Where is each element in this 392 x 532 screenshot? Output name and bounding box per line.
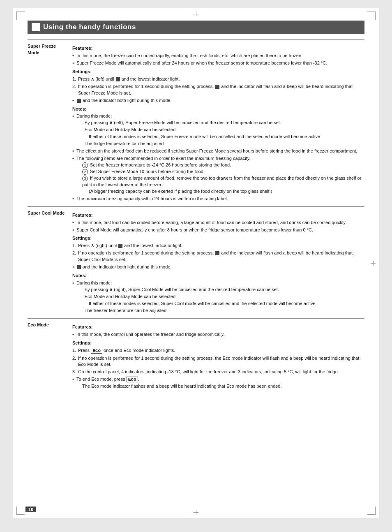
section-label-super-freeze: Super FreezeMode: [28, 40, 71, 207]
title-icon: [32, 23, 40, 31]
list-item: 2.If no operation is performed for 1 sec…: [72, 83, 362, 97]
section-super-cool: Super Cool Mode Features: In this mode, …: [28, 206, 364, 318]
section-content-super-freeze: Features: In this mode, the freezer can …: [71, 40, 364, 207]
circle-num-1: 1: [82, 162, 88, 168]
eco-key-label: Eco: [91, 348, 102, 354]
square-icon: [116, 77, 120, 81]
corner-mark-tl: [16, 12, 25, 20]
list-item: 3.On the control panel, 4 indicators, in…: [72, 369, 362, 375]
caret-icon: ∧: [91, 243, 94, 249]
caret-icon: ∧: [109, 287, 113, 293]
cross-mark-bottom: [194, 510, 198, 515]
circle-num-2: 2: [82, 169, 88, 175]
circle-num-3: 3: [82, 176, 88, 181]
section-label-eco-mode: Eco Mode: [28, 318, 71, 394]
page: Using the handy functions Super FreezeMo…: [13, 8, 379, 518]
square-icon: [118, 244, 122, 248]
section-content-eco-mode: Features: In this mode, the control unit…: [71, 318, 364, 394]
list-item: 1.Press ∧ (right) until and the lowest i…: [72, 243, 362, 249]
list-item: In this mode, fast food can be cooled be…: [72, 220, 362, 226]
list-item: 2.If no operation is performed for 1 sec…: [72, 355, 362, 368]
list-item: Super Cool Mode will automatically end a…: [72, 227, 362, 234]
list-item: The effect on the stored food can be red…: [72, 148, 362, 155]
list-item: and the indicator both light during this…: [72, 264, 362, 271]
list-item: During this mode: -By pressing ∧ (right)…: [72, 280, 362, 314]
corner-mark-br: [367, 507, 376, 515]
content-table: Super FreezeMode Features: In this mode,…: [28, 39, 364, 394]
list-item: The following items are recommended in o…: [72, 155, 362, 195]
section-label-super-cool: Super Cool Mode: [28, 206, 71, 318]
list-item: The maximum freezing capacity within 24 …: [72, 196, 362, 202]
page-number: 10: [25, 507, 36, 512]
list-item: Super Freeze Mode will automatically end…: [72, 60, 362, 67]
corner-mark-bl: [16, 507, 25, 515]
list-item: 2.If no operation is performed for 1 sec…: [72, 250, 362, 263]
square-icon: [77, 265, 81, 269]
square-icon: [215, 85, 219, 89]
list-item: In this mode, the control unit operates …: [72, 331, 362, 338]
list-item: 1.Press Eco once and Eco mode indicator …: [72, 347, 362, 354]
list-item: 1.Press ∧ (left) until and the lowest in…: [72, 76, 362, 83]
section-eco-mode: Eco Mode Features: In this mode, the con…: [28, 318, 364, 394]
caret-icon: ∧: [91, 76, 94, 83]
cross-mark-right: [371, 261, 376, 266]
section-content-super-cool: Features: In this mode, fast food can be…: [71, 206, 364, 318]
section-super-freeze: Super FreezeMode Features: In this mode,…: [28, 40, 364, 207]
corner-mark-tr: [367, 12, 376, 20]
eco-key-label: Eco: [127, 377, 138, 382]
square-icon: [77, 99, 81, 103]
title-bar: Using the handy functions: [28, 21, 364, 34]
page-title: Using the handy functions: [43, 23, 136, 31]
square-icon: [215, 251, 219, 255]
caret-icon: ∧: [109, 120, 113, 126]
list-item: and the indicator both light during this…: [72, 97, 362, 104]
list-item: In this mode, the freezer can be cooled …: [72, 53, 362, 59]
cross-mark-top: [194, 12, 198, 16]
list-item: To end Eco mode, press Eco. The Eco mode…: [72, 376, 362, 390]
list-item: During this mode: -By pressing ∧ (left),…: [72, 113, 362, 147]
